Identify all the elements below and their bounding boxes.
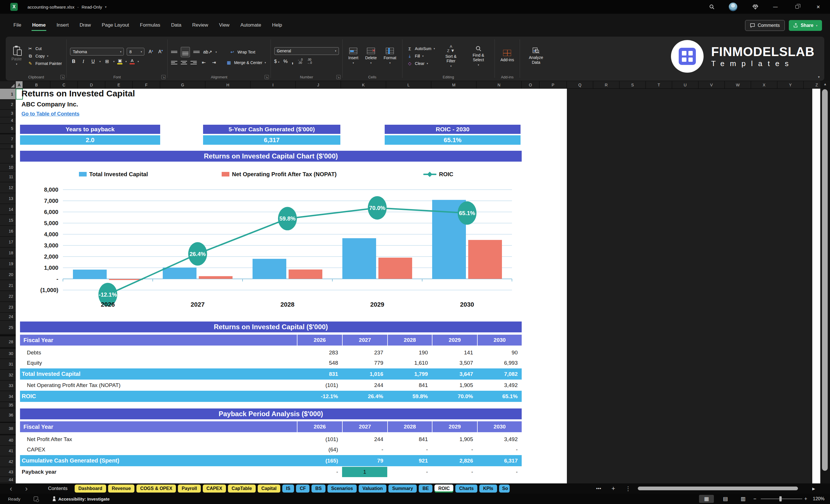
cell-2028[interactable]: 190 (387, 348, 432, 358)
page-break-view-button[interactable]: ▥ (736, 495, 751, 503)
zoom-out-button[interactable]: − (753, 494, 757, 504)
sheet-tab-cf[interactable]: CF (296, 484, 310, 493)
number-dialog-launcher[interactable]: ↘ (337, 75, 341, 79)
sheet-tab-kpis[interactable]: KPIs (479, 484, 497, 493)
fiscal-year-2028[interactable]: 2028 (387, 421, 432, 432)
column-header-P[interactable]: P (539, 81, 567, 89)
autosum-button[interactable]: ΣAutoSum▾ (406, 46, 436, 52)
vertical-scroll-thumb[interactable] (822, 89, 828, 471)
table-header-row-payback[interactable]: Fiscal Year20262027202820292030 (20, 421, 522, 432)
clear-button[interactable]: ◇Clear▾ (406, 61, 436, 66)
bar-nopat-2030[interactable] (468, 240, 502, 279)
kpi-header-3[interactable]: ROIC - 2030 (385, 125, 520, 134)
row-header-38[interactable]: 38 (0, 423, 16, 434)
cell-2030[interactable]: 7,082 (477, 369, 522, 380)
underline-button[interactable]: U (90, 59, 96, 64)
column-header-Y[interactable]: Y (777, 81, 804, 89)
select-all-corner[interactable] (0, 81, 16, 89)
row-header-7[interactable]: 7 (0, 134, 16, 144)
premium-button[interactable] (751, 2, 760, 11)
cut-button[interactable]: ✂Cut (26, 46, 63, 52)
column-header-T[interactable]: T (646, 81, 672, 89)
orientation-button[interactable]: ab↗ (203, 49, 212, 55)
row-header-1[interactable]: 1 (0, 89, 16, 99)
font-color-chevron[interactable]: ▾ (137, 60, 139, 63)
row-header-10[interactable]: 10 (0, 163, 16, 171)
row-header-14[interactable]: 14 (0, 204, 16, 215)
document-title[interactable]: accounting-software.xlsx - Read-Only ▾ (28, 0, 106, 14)
cell-2027[interactable]: 244 (342, 434, 387, 444)
cell-2027[interactable]: 779 (342, 358, 387, 368)
cell-2027[interactable]: 26.4% (342, 391, 387, 402)
column-header-L[interactable]: L (386, 81, 431, 89)
cell-2030[interactable]: 90 (477, 348, 522, 358)
cell-2029[interactable]: - (432, 444, 477, 455)
underline-options-chevron[interactable]: ▾ (99, 60, 101, 63)
copy-button[interactable]: ⧉Copy▾ (26, 53, 63, 59)
chart-banner[interactable]: Returns on Invested Capital Chart ($'000… (20, 151, 522, 162)
bar-nopat-2027[interactable] (199, 276, 232, 279)
row-header-20[interactable]: 20 (0, 269, 16, 280)
comments-button[interactable]: Comments (745, 20, 785, 31)
increase-decimal-button[interactable]: ←.0.00 (297, 58, 302, 64)
row-header-35[interactable]: 35 (0, 402, 16, 408)
sheet-tab-capital[interactable]: Capital (258, 484, 280, 493)
column-header-Q[interactable]: Q (567, 81, 593, 89)
format-painter-button[interactable]: ✎Format Painter (26, 61, 63, 66)
cell-2026[interactable]: 283 (297, 348, 342, 358)
find-select-button[interactable]: Find & Select▾ (466, 44, 491, 68)
cell-2028[interactable]: 59.8% (387, 391, 432, 402)
fiscal-year-2026[interactable]: 2026 (297, 335, 342, 346)
horizontal-scroll-thumb[interactable] (638, 486, 798, 490)
cell-2030[interactable]: 6,993 (477, 358, 522, 368)
analyze-data-button[interactable]: Analyze Data (523, 46, 549, 65)
increase-font-button[interactable]: A▴ (147, 49, 154, 54)
restore-button[interactable] (792, 2, 802, 11)
row-header-5[interactable]: 5 (0, 124, 16, 133)
row-header-34[interactable]: 34 (0, 391, 16, 402)
add-sheet-button[interactable]: + (611, 483, 615, 494)
alignment-dialog-launcher[interactable]: ↘ (264, 75, 269, 79)
row-header-4[interactable]: 4 (0, 117, 16, 124)
column-header-J[interactable]: J (296, 81, 341, 89)
sheet-tab-is[interactable]: IS (282, 484, 294, 493)
sheet-tab-valuation[interactable]: Valuation (359, 484, 386, 493)
number-format-select[interactable]: General▾ (274, 47, 339, 55)
menu-tab-help[interactable]: Help (267, 20, 287, 31)
row-header-8[interactable]: 8 (0, 144, 16, 149)
cell-2029[interactable]: 141 (432, 348, 477, 358)
row-header-30[interactable]: 30 (0, 348, 16, 359)
column-header-N[interactable]: N (477, 81, 522, 89)
cell-2029[interactable]: 3,647 (432, 369, 477, 380)
cell-2026[interactable]: (64) (297, 444, 342, 455)
cell-2026[interactable]: (165) (297, 455, 342, 466)
column-header-V[interactable]: V (698, 81, 725, 89)
row-header-43[interactable]: 43 (0, 467, 16, 477)
table-row-payback-3[interactable]: Cumulative Cash Generated (Spent)(165)79… (20, 455, 522, 466)
fill-button[interactable]: ⤓Fill▾ (406, 53, 436, 59)
column-header-H[interactable]: H (205, 81, 251, 89)
menu-tab-home[interactable]: Home (27, 20, 50, 31)
menu-tab-insert[interactable]: Insert (52, 20, 74, 31)
fiscal-year-2029[interactable]: 2029 (432, 421, 477, 432)
row-header-41[interactable]: 41 (0, 446, 16, 456)
bar-invested-capital-2028[interactable] (253, 259, 286, 279)
row-header-25[interactable]: 25 (0, 321, 16, 335)
currency-format-button[interactable]: $ ▾ (274, 59, 280, 64)
row-header-22[interactable]: 22 (0, 291, 16, 302)
kpi-header-2[interactable]: 5-Year Cash Generated ($'000) (203, 125, 340, 134)
fiscal-year-2029[interactable]: 2029 (432, 335, 477, 346)
column-header-I[interactable]: I (251, 81, 296, 89)
row-header-18[interactable]: 18 (0, 247, 16, 258)
normal-view-button[interactable]: ▦ (699, 495, 714, 503)
cell-2029[interactable]: - (432, 467, 477, 477)
sheet-tab-cogs-opex[interactable]: COGS & OPEX (136, 484, 176, 493)
kpi-value-3[interactable]: 65.1% (385, 135, 520, 145)
row-header-21[interactable]: 21 (0, 280, 16, 291)
align-bottom-icon[interactable] (193, 50, 200, 54)
row-header-12[interactable]: 12 (0, 182, 16, 193)
column-header-B[interactable]: B (23, 81, 50, 89)
sheet-tab-scenarios[interactable]: Scenarios (327, 484, 357, 493)
cell-2027[interactable]: - (342, 444, 387, 455)
row-header-31[interactable]: 31 (0, 359, 16, 370)
